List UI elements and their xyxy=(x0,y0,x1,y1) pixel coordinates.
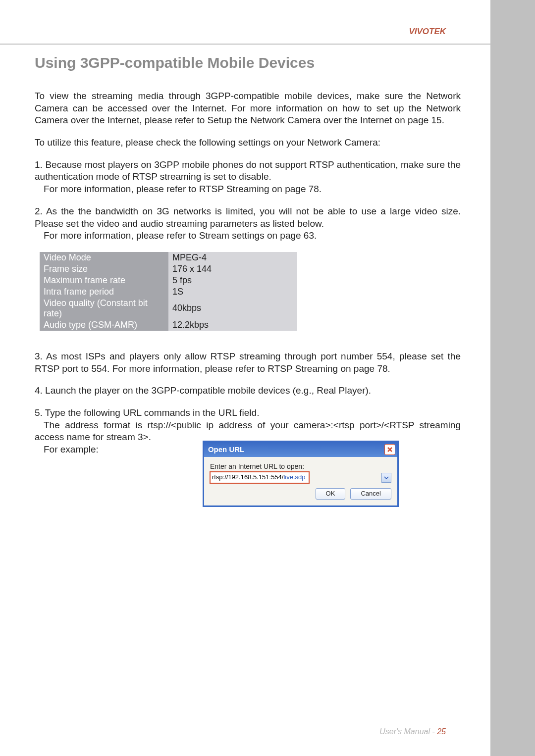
chevron-down-icon[interactable] xyxy=(381,473,391,483)
table-value: 1S xyxy=(168,286,297,298)
dialog-title: Open URL xyxy=(208,445,244,454)
url-label: Enter an Internet URL to open: xyxy=(210,462,391,471)
table-label: Intra frame period xyxy=(40,286,168,298)
table-value: 5 fps xyxy=(168,275,297,286)
page-number: 25 xyxy=(437,727,446,736)
table-value: 12.2kbps xyxy=(168,319,297,331)
table-row: Intra frame period 1S xyxy=(40,286,297,298)
step-5-example: For example: xyxy=(35,444,99,456)
cancel-button[interactable]: Cancel xyxy=(350,488,391,500)
settings-table: Video Mode MPEG-4 Frame size 176 x 144 M… xyxy=(40,252,297,331)
step-5: 5. Type the following URL commands in th… xyxy=(35,407,461,507)
step-2: 2. As the the bandwidth on 3G networks i… xyxy=(35,205,461,242)
table-label: Video quality (Constant bit rate) xyxy=(40,298,168,319)
dialog-titlebar: Open URL xyxy=(204,442,397,457)
ok-button[interactable]: OK xyxy=(316,488,346,500)
footer-text: User's Manual - xyxy=(379,727,437,736)
step-1-text: 1. Because most players on 3GPP mobile p… xyxy=(35,159,461,182)
footer: User's Manual - 25 xyxy=(379,727,446,736)
page-heading: Using 3GPP-compatible Mobile Devices xyxy=(35,54,461,71)
table-row: Maximum frame rate 5 fps xyxy=(40,275,297,286)
step-2-text: 2. As the the bandwidth on 3G networks i… xyxy=(35,206,461,229)
step-2-note: For more information, please refer to St… xyxy=(35,230,317,241)
url-highlight: live.sdp xyxy=(283,473,305,481)
step-1: 1. Because most players on 3GPP mobile p… xyxy=(35,159,461,196)
step-4: 4. Launch the player on the 3GPP-compati… xyxy=(35,385,461,397)
table-row: Audio type (GSM-AMR) 12.2kbps xyxy=(40,319,297,331)
close-icon[interactable] xyxy=(384,444,395,455)
table-row: Video Mode MPEG-4 xyxy=(40,252,297,263)
url-input[interactable]: rtsp://192.168.5.151:554/live.sdp xyxy=(210,472,309,483)
table-label: Frame size xyxy=(40,263,168,275)
dialog-body: Enter an Internet URL to open: rtsp://19… xyxy=(204,457,397,505)
url-prefix: rtsp://192.168.5.151:554/ xyxy=(212,473,284,481)
brand-label: VIVOTEK xyxy=(409,27,446,37)
table-value: MPEG-4 xyxy=(168,252,297,263)
header-divider xyxy=(0,44,490,45)
intro-para-1: To view the streaming media through 3GPP… xyxy=(35,90,461,127)
table-row: Video quality (Constant bit rate) 40kbps xyxy=(40,298,297,319)
step-1-note: For more information, please refer to RT… xyxy=(35,184,321,194)
table-label: Maximum frame rate xyxy=(40,275,168,286)
table-row: Frame size 176 x 144 xyxy=(40,263,297,275)
step-3: 3. As most ISPs and players only allow R… xyxy=(35,351,461,375)
open-url-dialog: Open URL Enter an Internet URL to open: … xyxy=(203,441,399,507)
step-5-format: The address format is rtsp://<public ip … xyxy=(35,420,461,443)
table-label: Audio type (GSM-AMR) xyxy=(40,319,168,331)
intro-para-2: To utilize this feature, please check th… xyxy=(35,137,461,149)
table-value: 176 x 144 xyxy=(168,263,297,275)
table-value: 40kbps xyxy=(168,298,297,319)
step-5-text: 5. Type the following URL commands in th… xyxy=(35,407,259,418)
table-label: Video Mode xyxy=(40,252,168,263)
